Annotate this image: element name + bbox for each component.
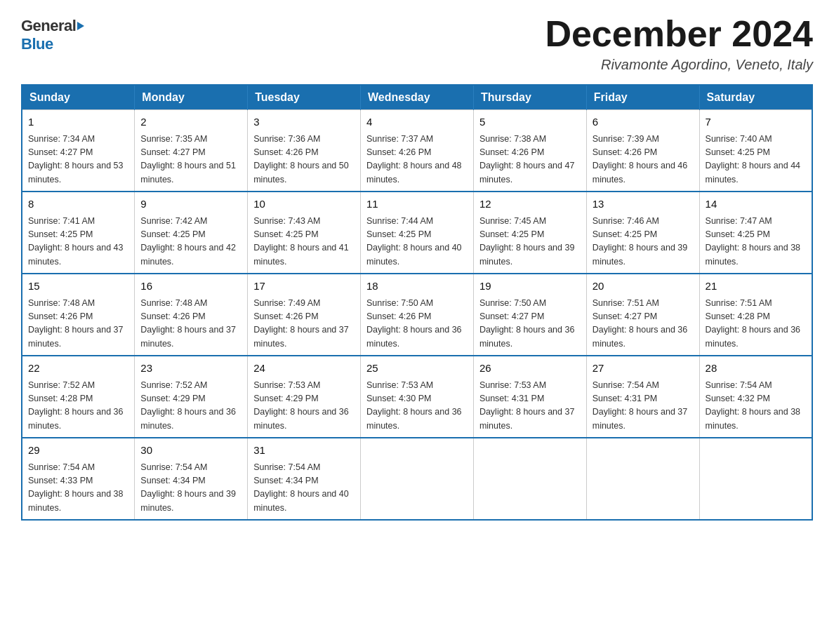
- table-cell: 17 Sunrise: 7:49 AM Sunset: 4:26 PM Dayl…: [248, 274, 361, 356]
- table-cell: 26 Sunrise: 7:53 AM Sunset: 4:31 PM Dayl…: [473, 356, 586, 438]
- day-info: Sunrise: 7:53 AM Sunset: 4:29 PM Dayligh…: [253, 379, 355, 434]
- day-info: Sunrise: 7:44 AM Sunset: 4:25 PM Dayligh…: [366, 215, 468, 269]
- day-number: 17: [253, 279, 355, 295]
- day-number: 1: [28, 114, 128, 130]
- day-info: Sunrise: 7:34 AM Sunset: 4:27 PM Dayligh…: [28, 133, 128, 187]
- day-info: Sunrise: 7:36 AM Sunset: 4:26 PM Dayligh…: [253, 133, 355, 187]
- sunset-label: Sunset: 4:25 PM: [706, 229, 770, 239]
- day-info: Sunrise: 7:48 AM Sunset: 4:26 PM Dayligh…: [28, 297, 128, 351]
- daylight-label: Daylight: 8 hours and 38 minutes.: [706, 243, 801, 266]
- table-cell: 11 Sunrise: 7:44 AM Sunset: 4:25 PM Dayl…: [361, 192, 474, 274]
- sunrise-label: Sunrise: 7:48 AM: [140, 298, 207, 308]
- day-number: 4: [366, 114, 468, 130]
- sunrise-label: Sunrise: 7:45 AM: [479, 216, 546, 226]
- week-row-2: 8 Sunrise: 7:41 AM Sunset: 4:25 PM Dayli…: [22, 192, 812, 274]
- day-info: Sunrise: 7:54 AM Sunset: 4:34 PM Dayligh…: [253, 461, 355, 516]
- day-info: Sunrise: 7:53 AM Sunset: 4:31 PM Dayligh…: [479, 379, 581, 434]
- day-info: Sunrise: 7:50 AM Sunset: 4:26 PM Dayligh…: [366, 297, 468, 351]
- header-row: Sunday Monday Tuesday Wednesday Thursday…: [22, 85, 812, 110]
- daylight-label: Daylight: 8 hours and 37 minutes.: [253, 325, 349, 348]
- sunrise-label: Sunrise: 7:34 AM: [28, 134, 95, 144]
- daylight-label: Daylight: 8 hours and 37 minutes.: [28, 325, 124, 348]
- daylight-label: Daylight: 8 hours and 36 minutes.: [706, 325, 801, 348]
- day-number: 11: [366, 196, 468, 213]
- day-number: 19: [479, 279, 581, 295]
- daylight-label: Daylight: 8 hours and 36 minutes.: [28, 407, 124, 430]
- sunrise-label: Sunrise: 7:48 AM: [28, 298, 95, 308]
- sunrise-label: Sunrise: 7:51 AM: [593, 298, 659, 308]
- week-row-4: 22 Sunrise: 7:52 AM Sunset: 4:28 PM Dayl…: [22, 356, 812, 438]
- page-header: General Blue December 2024 Rivamonte Ago…: [21, 14, 813, 73]
- calendar-title: December 2024: [545, 14, 813, 54]
- title-section: December 2024 Rivamonte Agordino, Veneto…: [545, 14, 813, 73]
- sunset-label: Sunset: 4:33 PM: [28, 476, 93, 485]
- col-header-saturday: Saturday: [699, 85, 812, 110]
- day-info: Sunrise: 7:37 AM Sunset: 4:26 PM Dayligh…: [366, 133, 468, 187]
- table-cell: 25 Sunrise: 7:53 AM Sunset: 4:30 PM Dayl…: [361, 356, 474, 438]
- day-number: 21: [706, 279, 806, 295]
- daylight-label: Daylight: 8 hours and 46 minutes.: [593, 161, 688, 184]
- sunset-label: Sunset: 4:26 PM: [366, 311, 431, 321]
- table-cell: 5 Sunrise: 7:38 AM Sunset: 4:26 PM Dayli…: [473, 110, 586, 192]
- daylight-label: Daylight: 8 hours and 36 minutes.: [479, 325, 575, 348]
- table-cell: 24 Sunrise: 7:53 AM Sunset: 4:29 PM Dayl…: [248, 356, 361, 438]
- daylight-label: Daylight: 8 hours and 39 minutes.: [593, 243, 688, 266]
- table-cell: 2 Sunrise: 7:35 AM Sunset: 4:27 PM Dayli…: [135, 110, 248, 192]
- sunrise-label: Sunrise: 7:40 AM: [706, 134, 772, 144]
- daylight-label: Daylight: 8 hours and 53 minutes.: [28, 161, 124, 184]
- table-cell: 27 Sunrise: 7:54 AM Sunset: 4:31 PM Dayl…: [586, 356, 699, 438]
- col-header-tuesday: Tuesday: [248, 85, 361, 110]
- sunset-label: Sunset: 4:25 PM: [28, 229, 93, 239]
- sunrise-label: Sunrise: 7:52 AM: [28, 380, 95, 390]
- day-number: 3: [253, 114, 355, 130]
- daylight-label: Daylight: 8 hours and 36 minutes.: [366, 325, 462, 348]
- table-cell: 18 Sunrise: 7:50 AM Sunset: 4:26 PM Dayl…: [361, 274, 474, 356]
- sunrise-label: Sunrise: 7:41 AM: [28, 216, 95, 226]
- day-number: 20: [593, 279, 694, 295]
- day-info: Sunrise: 7:54 AM Sunset: 4:34 PM Dayligh…: [140, 461, 241, 516]
- table-cell: [473, 438, 586, 520]
- table-cell: [586, 438, 699, 520]
- sunrise-label: Sunrise: 7:43 AM: [253, 216, 320, 226]
- daylight-label: Daylight: 8 hours and 36 minutes.: [140, 407, 236, 430]
- daylight-label: Daylight: 8 hours and 37 minutes.: [479, 407, 575, 430]
- daylight-label: Daylight: 8 hours and 39 minutes.: [479, 243, 575, 266]
- day-info: Sunrise: 7:41 AM Sunset: 4:25 PM Dayligh…: [28, 215, 128, 269]
- sunset-label: Sunset: 4:34 PM: [140, 476, 205, 485]
- sunrise-label: Sunrise: 7:42 AM: [140, 216, 207, 226]
- day-info: Sunrise: 7:54 AM Sunset: 4:33 PM Dayligh…: [28, 461, 128, 516]
- sunrise-label: Sunrise: 7:54 AM: [140, 462, 207, 472]
- day-number: 28: [706, 361, 806, 377]
- sunrise-label: Sunrise: 7:54 AM: [593, 380, 659, 390]
- calendar-table: Sunday Monday Tuesday Wednesday Thursday…: [21, 84, 813, 521]
- sunrise-label: Sunrise: 7:51 AM: [706, 298, 772, 308]
- sunset-label: Sunset: 4:26 PM: [253, 147, 318, 157]
- table-cell: 9 Sunrise: 7:42 AM Sunset: 4:25 PM Dayli…: [135, 192, 248, 274]
- table-cell: 6 Sunrise: 7:39 AM Sunset: 4:26 PM Dayli…: [586, 110, 699, 192]
- table-cell: 28 Sunrise: 7:54 AM Sunset: 4:32 PM Dayl…: [699, 356, 812, 438]
- sunrise-label: Sunrise: 7:47 AM: [706, 216, 772, 226]
- sunrise-label: Sunrise: 7:49 AM: [253, 298, 320, 308]
- daylight-label: Daylight: 8 hours and 51 minutes.: [140, 161, 236, 184]
- sunset-label: Sunset: 4:25 PM: [479, 229, 544, 239]
- day-number: 25: [366, 361, 468, 377]
- day-number: 23: [140, 361, 241, 377]
- sunrise-label: Sunrise: 7:52 AM: [140, 380, 207, 390]
- day-info: Sunrise: 7:51 AM Sunset: 4:27 PM Dayligh…: [593, 297, 694, 351]
- week-row-5: 29 Sunrise: 7:54 AM Sunset: 4:33 PM Dayl…: [22, 438, 812, 520]
- daylight-label: Daylight: 8 hours and 41 minutes.: [253, 243, 349, 266]
- sunset-label: Sunset: 4:28 PM: [28, 394, 93, 403]
- sunrise-label: Sunrise: 7:50 AM: [479, 298, 546, 308]
- sunrise-label: Sunrise: 7:35 AM: [140, 134, 207, 144]
- day-number: 24: [253, 361, 355, 377]
- week-row-1: 1 Sunrise: 7:34 AM Sunset: 4:27 PM Dayli…: [22, 110, 812, 192]
- day-number: 7: [706, 114, 806, 130]
- table-cell: 16 Sunrise: 7:48 AM Sunset: 4:26 PM Dayl…: [135, 274, 248, 356]
- table-cell: 13 Sunrise: 7:46 AM Sunset: 4:25 PM Dayl…: [586, 192, 699, 274]
- day-number: 16: [140, 279, 241, 295]
- table-cell: 1 Sunrise: 7:34 AM Sunset: 4:27 PM Dayli…: [22, 110, 135, 192]
- day-number: 12: [479, 196, 581, 213]
- sunset-label: Sunset: 4:26 PM: [593, 147, 657, 157]
- day-number: 2: [140, 114, 241, 130]
- day-info: Sunrise: 7:38 AM Sunset: 4:26 PM Dayligh…: [479, 133, 581, 187]
